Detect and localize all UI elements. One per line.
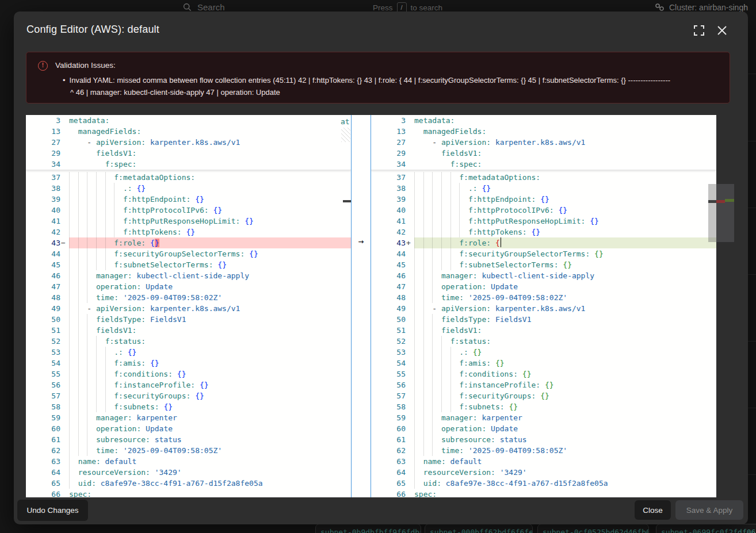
- code-line[interactable]: 29 fieldsV1:: [371, 148, 716, 159]
- diff-glyph: [406, 194, 414, 205]
- code-line[interactable]: 55 f:conditions: {}: [371, 369, 716, 379]
- code-line[interactable]: 56 f:instanceProfile: {}: [26, 379, 351, 390]
- code-line[interactable]: 3metadata:: [26, 115, 351, 126]
- code-line[interactable]: 3metadata:: [371, 115, 716, 126]
- code-line[interactable]: 57 f:securityGroups: {}: [371, 390, 716, 401]
- code-line[interactable]: 49 - apiVersion: karpenter.k8s.aws/v1: [371, 303, 716, 314]
- code-line[interactable]: 53 .: {}: [26, 347, 351, 358]
- diff-glyph: [406, 126, 414, 137]
- code-line[interactable]: 65 uid: c8afe97e-38cc-4f91-a767-d15f2a8f…: [26, 478, 351, 489]
- diff-glyph: [406, 369, 414, 379]
- search-input[interactable]: Search: [197, 2, 225, 12]
- code-line[interactable]: 60 operation: Update: [371, 423, 716, 434]
- code-line[interactable]: 52 f:status:: [26, 336, 351, 347]
- code-line[interactable]: 58 f:subnets: {}: [371, 401, 716, 412]
- ruler-text-fragment: at: [341, 117, 350, 126]
- code-line[interactable]: 63 name: default: [371, 456, 716, 467]
- code-line[interactable]: 54 f:amis: {}: [371, 358, 716, 369]
- undo-changes-button[interactable]: Undo Changes: [17, 500, 88, 521]
- code-line[interactable]: 41 f:httpPutResponseHopLimit: {}: [26, 216, 351, 227]
- modified-editor-pane[interactable]: 37 f:metadataOptions:38 .: {}39 f:httpEn…: [371, 115, 716, 497]
- code-line[interactable]: 43+ f:role: {: [371, 237, 716, 248]
- code-line[interactable]: 55 f:conditions: {}: [26, 369, 351, 379]
- code-line[interactable]: 66spec:: [371, 489, 716, 497]
- code-line[interactable]: 27 - apiVersion: karpenter.k8s.aws/v1: [371, 137, 716, 148]
- code-line[interactable]: 44 f:securityGroupSelectorTerms: {}: [371, 248, 716, 259]
- code-line[interactable]: 48 time: '2025-09-04T09:58:02Z': [371, 292, 716, 303]
- code-line[interactable]: 64 resourceVersion: '3429': [26, 467, 351, 478]
- code-line[interactable]: 65 uid: c8afe97e-38cc-4f91-a767-d15f2a8f…: [371, 478, 716, 489]
- yaml-diff-editor[interactable]: 37 f:metadataOptions:38 .: {}39 f:httpEn…: [26, 115, 716, 497]
- diff-glyph: [406, 336, 414, 347]
- subnet-cell: subnet-0699fc0f2fdf0653: [656, 524, 756, 533]
- code-line[interactable]: 27 - apiVersion: karpenter.k8s.aws/v1: [26, 137, 351, 148]
- code-line[interactable]: 38 .: {}: [26, 183, 351, 194]
- code-line[interactable]: 38 .: {}: [371, 183, 716, 194]
- code-line[interactable]: 58 f:subnets: {}: [26, 401, 351, 412]
- code-line[interactable]: 40 f:httpProtocolIPv6: {}: [371, 205, 716, 216]
- code-line[interactable]: 42 f:httpTokens: {}: [371, 227, 716, 237]
- code-line[interactable]: 48 time: '2025-09-04T09:58:02Z': [26, 292, 351, 303]
- code-line[interactable]: 51 fieldsV1:: [371, 325, 716, 336]
- code-line[interactable]: 37 f:metadataOptions:: [371, 172, 716, 183]
- code-line[interactable]: 63 name: default: [26, 456, 351, 467]
- code-line[interactable]: 61 subresource: status: [26, 434, 351, 445]
- code-line[interactable]: 52 f:status:: [371, 336, 716, 347]
- diff-glyph: [60, 148, 69, 159]
- vertical-scrollbar[interactable]: [708, 184, 716, 242]
- code-line[interactable]: 45 f:subnetSelectorTerms: {}: [371, 259, 716, 270]
- code-line[interactable]: 47 operation: Update: [26, 281, 351, 292]
- code-line[interactable]: 47 operation: Update: [371, 281, 716, 292]
- code-line[interactable]: 56 f:instanceProfile: {}: [371, 379, 716, 390]
- code-line[interactable]: 42 f:httpTokens: {}: [26, 227, 351, 237]
- code-line[interactable]: 61 subresource: status: [371, 434, 716, 445]
- code-line[interactable]: 53 .: {}: [371, 347, 716, 358]
- code-line[interactable]: 57 f:securityGroups: {}: [26, 390, 351, 401]
- close-button[interactable]: Close: [635, 500, 671, 520]
- code-line[interactable]: 50 fieldsType: FieldsV1: [371, 314, 716, 325]
- line-number: 45: [371, 259, 406, 270]
- global-search[interactable]: Search: [183, 2, 225, 12]
- code-line[interactable]: 40 f:httpProtocolIPv6: {}: [26, 205, 351, 216]
- line-number: 54: [26, 358, 60, 369]
- modified-code[interactable]: 37 f:metadataOptions:38 .: {}39 f:httpEn…: [371, 172, 716, 497]
- code-line[interactable]: 50 fieldsType: FieldsV1: [26, 314, 351, 325]
- code-line[interactable]: 37 f:metadataOptions:: [26, 172, 351, 183]
- code-line[interactable]: 45 f:subnetSelectorTerms: {}: [26, 259, 351, 270]
- diff-glyph: [60, 227, 69, 237]
- code-line[interactable]: 51 fieldsV1:: [26, 325, 351, 336]
- overview-ruler[interactable]: [716, 184, 734, 242]
- original-code[interactable]: 37 f:metadataOptions:38 .: {}39 f:httpEn…: [26, 172, 351, 497]
- code-line[interactable]: 62 time: '2025-09-04T09:58:05Z': [371, 445, 716, 456]
- code-line[interactable]: 39 f:httpEndpoint: {}: [371, 194, 716, 205]
- code-line[interactable]: 43− f:role: {}: [26, 237, 351, 248]
- cluster-selector[interactable]: Cluster: anirban-singh: [655, 2, 748, 12]
- fullscreen-icon[interactable]: [694, 25, 704, 36]
- code-line[interactable]: 62 time: '2025-09-04T09:58:05Z': [26, 445, 351, 456]
- revert-change-arrow-button[interactable]: →: [352, 236, 371, 247]
- diff-glyph: [406, 434, 414, 445]
- code-line[interactable]: 34 f:spec:: [371, 159, 716, 170]
- code-line[interactable]: 54 f:amis: {}: [26, 358, 351, 369]
- line-number: 53: [26, 347, 60, 358]
- code-line[interactable]: 13 managedFields:: [26, 126, 351, 137]
- code-line[interactable]: 59 manager: karpenter: [371, 412, 716, 423]
- code-line[interactable]: 29 fieldsV1:: [26, 148, 351, 159]
- code-line[interactable]: 41 f:httpPutResponseHopLimit: {}: [371, 216, 716, 227]
- diff-glyph: [406, 401, 414, 412]
- code-line[interactable]: 64 resourceVersion: '3429': [371, 467, 716, 478]
- original-editor-pane[interactable]: 37 f:metadataOptions:38 .: {}39 f:httpEn…: [26, 115, 352, 497]
- line-number: 37: [26, 172, 60, 183]
- code-line[interactable]: 66spec:: [26, 489, 351, 497]
- code-line[interactable]: 13 managedFields:: [371, 126, 716, 137]
- code-line[interactable]: 59 manager: karpenter: [26, 412, 351, 423]
- code-line[interactable]: 39 f:httpEndpoint: {}: [26, 194, 351, 205]
- code-line[interactable]: 34 f:spec:: [26, 159, 351, 170]
- save-apply-button[interactable]: Save & Apply: [675, 500, 743, 520]
- close-icon[interactable]: [717, 25, 727, 36]
- code-line[interactable]: 46 manager: kubectl-client-side-apply: [26, 270, 351, 281]
- code-line[interactable]: 49 - apiVersion: karpenter.k8s.aws/v1: [26, 303, 351, 314]
- code-line[interactable]: 60 operation: Update: [26, 423, 351, 434]
- code-line[interactable]: 46 manager: kubectl-client-side-apply: [371, 270, 716, 281]
- code-line[interactable]: 44 f:securityGroupSelectorTerms: {}: [26, 248, 351, 259]
